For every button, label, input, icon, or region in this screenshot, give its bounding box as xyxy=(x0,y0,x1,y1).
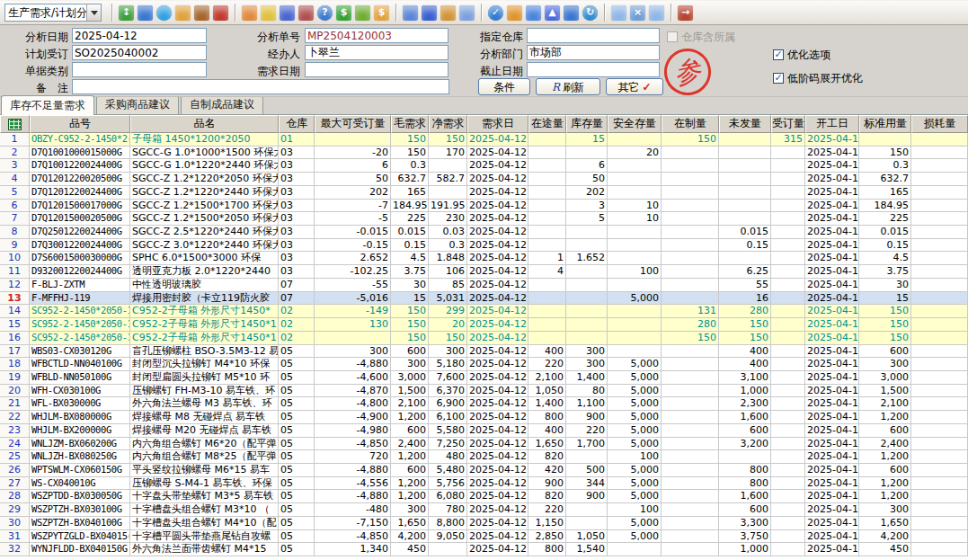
cell-safety[interactable]: 10 xyxy=(608,200,662,213)
cell-net[interactable]: 1.848 xyxy=(429,252,467,265)
cell-loss[interactable] xyxy=(911,147,968,160)
cell-loss[interactable] xyxy=(911,503,968,517)
cell-wip[interactable] xyxy=(662,450,719,464)
table-row[interactable]: 15SC952-2-1450*2050-1C952-2子母箱 外形尺寸1450*… xyxy=(0,318,968,332)
help-icon[interactable]: ? xyxy=(317,5,333,21)
cell-ordered[interactable] xyxy=(771,200,805,213)
cell-on_hand[interactable]: 1,100 xyxy=(566,397,608,411)
cell-name[interactable]: 十字槽平圆头带垫燕尾钻自攻螺 xyxy=(130,530,279,544)
cell-wip[interactable] xyxy=(662,226,719,239)
table-row[interactable]: 11D932001220024400G透明亚克力板 2.0*1220*24400… xyxy=(0,265,968,279)
cell-unshipped[interactable] xyxy=(719,450,771,464)
cell-gross[interactable]: 1,200 xyxy=(391,490,429,503)
cell-std_usage[interactable]: 1,200 xyxy=(859,490,911,503)
cell-std_usage[interactable]: 0.015 xyxy=(859,226,911,239)
cell-demand_date[interactable]: 2025-04-12 xyxy=(467,318,528,332)
cell-wh[interactable]: 05 xyxy=(279,385,315,398)
cell-net[interactable]: 6,370 xyxy=(429,385,467,398)
cell-code[interactable]: WNLJZH-BX080250G xyxy=(30,450,130,464)
cell-wh[interactable]: 05 xyxy=(279,358,315,371)
cell-loss[interactable] xyxy=(911,173,968,186)
tab-2[interactable]: 自制成品建议 xyxy=(181,95,263,114)
cell-code[interactable]: WHJLM-BX080000G xyxy=(30,411,130,424)
cell-code[interactable]: SC952-2-1450*2050-1 xyxy=(30,305,130,318)
cell-unshipped[interactable]: 55 xyxy=(719,279,771,292)
cell-num[interactable]: 6 xyxy=(0,200,30,213)
cell-safety[interactable]: 5,000 xyxy=(608,358,662,371)
cell-unshipped[interactable] xyxy=(719,212,771,226)
cell-net[interactable]: 5,480 xyxy=(429,464,467,477)
cell-net[interactable]: 106 xyxy=(429,265,467,279)
cell-name[interactable]: SGCC-Z 2.5*1220*2440 环保大 xyxy=(130,226,279,239)
window-close-icon[interactable]: × xyxy=(630,5,645,21)
cell-unshipped[interactable]: 280 xyxy=(719,305,771,318)
cell-demand_date[interactable]: 2025-04-12 xyxy=(467,503,528,517)
excel-export-icon[interactable] xyxy=(8,119,22,130)
cell-num[interactable]: 13 xyxy=(0,292,30,306)
cell-std_usage[interactable]: 1,200 xyxy=(859,477,911,491)
cell-start_date[interactable]: 2025-04-12 xyxy=(805,239,859,253)
cell-safety[interactable]: 5,000 xyxy=(608,397,662,411)
cell-num[interactable]: 32 xyxy=(0,543,30,556)
cell-num[interactable]: 10 xyxy=(0,252,30,265)
cell-std_usage[interactable]: 600 xyxy=(859,424,911,438)
cell-on_hand[interactable]: 80 xyxy=(566,385,608,398)
cell-in_transit[interactable]: 900 xyxy=(528,477,566,491)
cell-in_transit[interactable]: 220 xyxy=(528,503,566,517)
cell-wip[interactable]: 150 xyxy=(662,133,719,147)
cell-max_orderable[interactable] xyxy=(315,332,391,345)
cell-gross[interactable]: 300 xyxy=(391,503,429,517)
cell-gross[interactable]: 2,100 xyxy=(391,397,429,411)
col-start_date[interactable]: 开工日 xyxy=(805,115,859,133)
optimize-checkbox[interactable]: ✓ 优化选项 xyxy=(773,49,830,61)
analysis-no-input[interactable] xyxy=(305,28,448,43)
col-loss[interactable]: 损耗量 xyxy=(911,115,968,133)
cell-name[interactable]: 子母箱 1450*1200*2050 xyxy=(130,133,279,147)
exit-icon[interactable]: → xyxy=(678,5,693,21)
cell-unshipped[interactable]: 400 xyxy=(719,358,771,371)
cell-in_transit[interactable]: 820 xyxy=(528,450,566,464)
cell-std_usage[interactable]: 3,000 xyxy=(859,371,911,385)
cell-max_orderable[interactable]: -7 xyxy=(315,200,391,213)
cell-demand_date[interactable]: 2025-04-12 xyxy=(467,212,528,226)
cell-unshipped[interactable]: 16 xyxy=(719,292,771,306)
cell-net[interactable]: 150 xyxy=(429,332,467,345)
cell-max_orderable[interactable]: 202 xyxy=(315,186,391,200)
cell-net[interactable]: 150 xyxy=(429,133,467,147)
cell-name[interactable]: SGCC-Z 1.2*1500*1700 环保大 xyxy=(130,200,279,213)
cell-code[interactable]: SC952-2-1450*2050-1 xyxy=(30,318,130,332)
cell-in_transit[interactable] xyxy=(528,200,566,213)
cell-gross[interactable]: 3,000 xyxy=(391,371,429,385)
table-row[interactable]: 18WFBCTLD-NN040100G封闭型沉头拉铆钉 M4*10 环保05-4… xyxy=(0,358,968,371)
table-row[interactable]: 22WHJLM-BX080000G焊接螺母 M8 无碰焊点 易车铁05-4,90… xyxy=(0,411,968,424)
cell-name[interactable]: 盲孔压铆螺柱 BSO-3.5M3-12 易 xyxy=(130,345,279,359)
cell-ordered[interactable] xyxy=(771,477,805,491)
cell-gross[interactable]: 0.3 xyxy=(391,159,429,173)
cell-net[interactable]: 5,031 xyxy=(429,292,467,306)
cell-std_usage[interactable]: 600 xyxy=(859,464,911,477)
cell-gross[interactable]: 150 xyxy=(391,305,429,318)
cell-demand_date[interactable]: 2025-04-12 xyxy=(467,411,528,424)
cell-code[interactable]: SC952-2-1450*2050-1 xyxy=(30,332,130,345)
cell-start_date[interactable]: 2025-04-12 xyxy=(805,186,859,200)
cell-max_orderable[interactable]: 1,340 xyxy=(315,543,391,556)
cell-on_hand[interactable] xyxy=(566,450,608,464)
cell-code[interactable]: WFBLD-NN050100G xyxy=(30,371,130,385)
cell-wip[interactable]: 131 xyxy=(662,305,719,318)
cell-loss[interactable] xyxy=(911,305,968,318)
cell-num[interactable]: 11 xyxy=(0,265,30,279)
cell-name[interactable]: SGCC-Z 1.2*1500*2050 环保大 xyxy=(130,212,279,226)
table-row[interactable]: 12F-BLJ-ZXTM中性透明玻璃胶07-5530852025-04-1255… xyxy=(0,279,968,292)
cell-code[interactable]: WNLJZM-BX060200G xyxy=(30,438,130,451)
cell-max_orderable[interactable]: 2.652 xyxy=(315,252,391,265)
cell-loss[interactable] xyxy=(911,371,968,385)
cell-gross[interactable]: 300 xyxy=(391,358,429,371)
cell-gross[interactable]: 150 xyxy=(391,133,429,147)
cell-ordered[interactable] xyxy=(771,438,805,451)
cell-name[interactable]: SGCC-G 1.0*1000*1500 环保大 xyxy=(130,147,279,160)
col-gross[interactable]: 毛需求 xyxy=(391,115,429,133)
cell-on_hand[interactable]: 50 xyxy=(566,173,608,186)
col-wip[interactable]: 在制量 xyxy=(662,115,719,133)
cell-loss[interactable] xyxy=(911,265,968,279)
cell-unshipped[interactable]: 0.15 xyxy=(719,239,771,253)
